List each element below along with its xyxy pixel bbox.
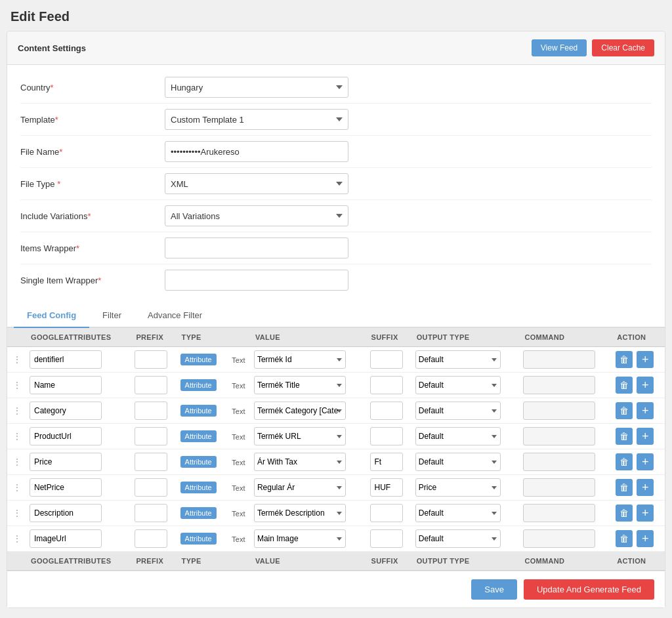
type-badge-button[interactable]: Attribute (180, 456, 217, 468)
suffix-input[interactable] (370, 529, 403, 548)
value-select[interactable]: Termék Category [Cate (254, 402, 346, 420)
value-select[interactable]: Termék Description (254, 504, 346, 522)
prefix-input[interactable] (135, 453, 167, 471)
attr-input[interactable] (30, 504, 102, 522)
delete-row-button[interactable]: 🗑 (616, 377, 633, 394)
command-input[interactable] (523, 478, 595, 497)
add-row-button[interactable]: + (637, 479, 654, 496)
command-input[interactable] (523, 402, 595, 420)
type-badge-button[interactable]: Attribute (180, 482, 217, 493)
attr-input[interactable] (30, 427, 102, 445)
drag-handle-icon[interactable]: ⋮ (10, 482, 24, 493)
command-input[interactable] (523, 350, 595, 369)
attr-input[interactable] (30, 453, 102, 471)
clear-cache-button[interactable]: Clear Cache (592, 39, 654, 56)
update-generate-button[interactable]: Update And Generate Feed (524, 579, 654, 600)
delete-row-button[interactable]: 🗑 (616, 453, 633, 470)
action-cell: 🗑 + (613, 398, 665, 424)
output-select[interactable]: Default (415, 427, 501, 445)
tab-filter[interactable]: Filter (89, 304, 135, 328)
command-input[interactable] (523, 453, 595, 471)
type-badge-button[interactable]: Attribute (180, 533, 217, 545)
command-input[interactable] (523, 376, 595, 394)
suffix-input[interactable] (370, 402, 403, 420)
command-input[interactable] (523, 427, 595, 445)
prefix-input[interactable] (135, 427, 167, 445)
type-badge-button[interactable]: Attribute (180, 430, 217, 442)
drag-handle-icon[interactable]: ⋮ (10, 508, 24, 518)
add-row-button[interactable]: + (637, 351, 654, 368)
delete-row-button[interactable]: 🗑 (616, 428, 633, 445)
filename-label: File Name* (20, 147, 165, 157)
country-select[interactable]: Hungary (165, 77, 348, 98)
suffix-input[interactable] (370, 453, 403, 471)
value-select[interactable]: Main Image (254, 529, 346, 548)
itemswrapper-row: Items Wrapper* products (20, 232, 652, 264)
drag-handle-icon[interactable]: ⋮ (10, 354, 24, 365)
add-row-button[interactable]: + (637, 505, 654, 522)
output-select[interactable]: Default (415, 453, 501, 471)
tab-feed-config[interactable]: Feed Config (14, 304, 89, 328)
value-select[interactable]: Termék Id (254, 350, 346, 369)
value-select[interactable]: Termék URL (254, 427, 346, 445)
delete-row-button[interactable]: 🗑 (616, 505, 633, 522)
prefix-input[interactable] (135, 376, 167, 394)
prefix-input[interactable] (135, 504, 167, 522)
output-select[interactable]: Price (415, 478, 501, 497)
drag-handle-icon[interactable]: ⋮ (10, 457, 24, 467)
output-cell: Default (413, 424, 521, 449)
attr-input[interactable] (30, 478, 102, 497)
prefix-input[interactable] (135, 350, 167, 369)
tab-advance-filter[interactable]: Advance Filter (135, 304, 215, 328)
add-row-button[interactable]: + (637, 402, 654, 419)
value-select[interactable]: Ár With Tax (254, 453, 346, 471)
output-select[interactable]: Default (415, 376, 501, 394)
filename-input[interactable] (165, 141, 348, 162)
add-row-button[interactable]: + (637, 530, 654, 547)
output-select[interactable]: Default (415, 504, 501, 522)
output-select[interactable]: Default (415, 350, 501, 369)
output-select[interactable]: Default (415, 402, 501, 420)
add-row-button[interactable]: + (637, 428, 654, 445)
type-badge-button[interactable]: Attribute (180, 354, 217, 365)
attr-cell (27, 398, 132, 424)
view-feed-button[interactable]: View Feed (532, 39, 587, 56)
type-badge-button[interactable]: Attribute (180, 405, 217, 417)
suffix-input[interactable] (370, 376, 403, 394)
drag-handle-icon[interactable]: ⋮ (10, 380, 24, 390)
template-select[interactable]: Custom Template 1 (165, 109, 348, 130)
delete-row-button[interactable]: 🗑 (616, 402, 633, 419)
variations-select[interactable]: All Variations (165, 205, 348, 226)
attr-input[interactable] (30, 350, 102, 369)
type-badge-button[interactable]: Attribute (180, 507, 217, 519)
drag-handle-icon[interactable]: ⋮ (10, 431, 24, 442)
attr-input[interactable] (30, 402, 102, 420)
singleitem-input[interactable]: product (165, 270, 348, 291)
itemswrapper-input[interactable]: products (165, 237, 348, 258)
prefix-input[interactable] (135, 478, 167, 497)
prefix-input[interactable] (135, 402, 167, 420)
delete-row-button[interactable]: 🗑 (616, 479, 633, 496)
add-row-button[interactable]: + (637, 453, 654, 470)
suffix-input[interactable] (370, 478, 403, 497)
drag-handle-icon[interactable]: ⋮ (10, 533, 24, 544)
type-badge-button[interactable]: Attribute (180, 379, 217, 391)
delete-row-button[interactable]: 🗑 (616, 351, 633, 368)
suffix-input[interactable] (370, 427, 403, 445)
delete-row-button[interactable]: 🗑 (616, 530, 633, 547)
command-input[interactable] (523, 529, 595, 548)
filetype-select[interactable]: XML (165, 173, 348, 194)
save-button[interactable]: Save (471, 579, 517, 600)
value-select[interactable]: Regular Ár (254, 478, 346, 497)
attr-input[interactable] (30, 529, 102, 548)
attr-input[interactable] (30, 376, 102, 394)
action-buttons: 🗑 + (616, 505, 662, 522)
value-select[interactable]: Termék Title (254, 376, 346, 394)
add-row-button[interactable]: + (637, 377, 654, 394)
suffix-input[interactable] (370, 504, 403, 522)
prefix-input[interactable] (135, 529, 167, 548)
drag-handle-icon[interactable]: ⋮ (10, 405, 24, 416)
suffix-input[interactable] (370, 350, 403, 369)
command-input[interactable] (523, 504, 595, 522)
output-select[interactable]: Default (415, 529, 501, 548)
